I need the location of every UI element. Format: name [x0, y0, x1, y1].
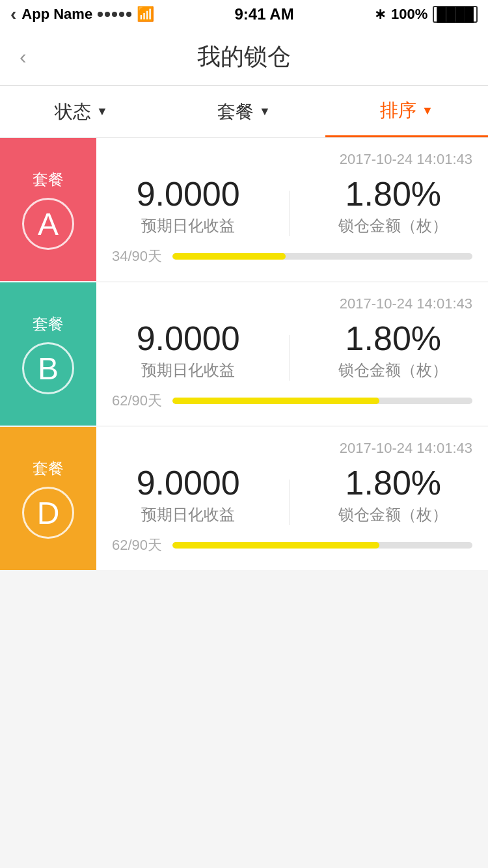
card-plan-badge: A: [22, 198, 74, 250]
wifi-icon: 📶: [137, 6, 154, 23]
progress-bar-fill: [172, 542, 379, 549]
battery-label: 100%: [391, 6, 427, 23]
card-value-group-1: 9.0000 预期日化收益: [137, 176, 240, 236]
card-value-group-2: 1.80% 锁仓金额（枚）: [338, 176, 448, 236]
card-left-panel: 套餐 D: [0, 427, 96, 570]
card-value-group-1: 9.0000 预期日化收益: [137, 465, 240, 525]
card-value-number-1: 9.0000: [137, 320, 240, 357]
card-timestamp: 2017-10-24 14:01:43: [112, 295, 472, 312]
card-divider: [289, 335, 290, 381]
card-value-number-1: 9.0000: [137, 176, 240, 213]
filter-status-arrow: ▼: [96, 105, 108, 118]
card-divider: [289, 191, 290, 236]
bluetooth-icon: ∗: [374, 6, 386, 23]
card-right-panel: 2017-10-24 14:01:43 9.0000 预期日化收益 1.80% …: [96, 427, 488, 570]
card-list: 套餐 A 2017-10-24 14:01:43 9.0000 预期日化收益 1…: [0, 138, 488, 570]
progress-bar-bg: [172, 542, 472, 549]
card-value-group-2: 1.80% 锁仓金额（枚）: [338, 320, 448, 381]
card-values: 9.0000 预期日化收益 1.80% 锁仓金额（枚）: [112, 465, 472, 525]
card-value-label-2: 锁仓金额（枚）: [338, 504, 448, 525]
card-progress-row: 62/90天: [112, 536, 472, 555]
card-left-panel: 套餐 A: [0, 138, 96, 281]
card-package-label: 套餐: [33, 314, 64, 334]
progress-bar-bg: [172, 398, 472, 404]
card-progress-label: 34/90天: [112, 247, 162, 266]
card-right-panel: 2017-10-24 14:01:43 9.0000 预期日化收益 1.80% …: [96, 138, 488, 281]
back-button[interactable]: ‹: [20, 45, 27, 69]
filter-package-arrow: ▼: [259, 105, 271, 118]
card-value-label-1: 预期日化收益: [141, 360, 235, 381]
card-value-group-2: 1.80% 锁仓金额（枚）: [338, 465, 448, 525]
card-timestamp: 2017-10-24 14:01:43: [112, 440, 472, 457]
progress-bar-fill: [172, 253, 286, 260]
battery-icon: ████: [433, 6, 478, 23]
card-value-group-1: 9.0000 预期日化收益: [137, 320, 240, 381]
card-value-label-2: 锁仓金额（枚）: [338, 360, 448, 381]
card-left-panel: 套餐 B: [0, 282, 96, 426]
status-back-icon: ‹: [10, 4, 16, 25]
card-item[interactable]: 套餐 D 2017-10-24 14:01:43 9.0000 预期日化收益 1…: [0, 427, 488, 570]
bottom-space: [0, 571, 488, 766]
filter-package[interactable]: 套餐 ▼: [163, 86, 325, 137]
card-progress-label: 62/90天: [112, 391, 162, 411]
status-left: ‹ App Name 📶: [10, 4, 154, 25]
card-value-label-2: 锁仓金额（枚）: [338, 215, 448, 236]
card-right-panel: 2017-10-24 14:01:43 9.0000 预期日化收益 1.80% …: [96, 282, 488, 426]
status-time: 9:41 AM: [235, 5, 294, 23]
filter-status[interactable]: 状态 ▼: [0, 86, 163, 137]
card-values: 9.0000 预期日化收益 1.80% 锁仓金额（枚）: [112, 176, 472, 236]
card-progress-row: 62/90天: [112, 391, 472, 411]
card-package-label: 套餐: [33, 169, 64, 190]
filter-sort-label: 排序: [380, 98, 416, 123]
card-value-number-2: 1.80%: [346, 176, 441, 213]
progress-bar-fill: [172, 398, 379, 404]
card-package-label: 套餐: [33, 458, 64, 479]
page-title: 我的锁仓: [197, 41, 291, 73]
filter-package-label: 套餐: [217, 100, 254, 124]
signal-dots: [98, 12, 131, 17]
filter-status-label: 状态: [55, 100, 91, 124]
card-value-label-1: 预期日化收益: [141, 504, 235, 525]
card-timestamp: 2017-10-24 14:01:43: [112, 151, 472, 168]
filter-bar: 状态 ▼ 套餐 ▼ 排序 ▼: [0, 86, 488, 138]
card-progress-label: 62/90天: [112, 536, 162, 555]
status-bar: ‹ App Name 📶 9:41 AM ∗ 100% ████: [0, 0, 488, 29]
card-item[interactable]: 套餐 A 2017-10-24 14:01:43 9.0000 预期日化收益 1…: [0, 138, 488, 281]
card-value-number-2: 1.80%: [346, 320, 441, 357]
progress-bar-bg: [172, 253, 472, 260]
nav-bar: ‹ 我的锁仓: [0, 29, 488, 86]
app-name: App Name: [21, 6, 92, 23]
filter-sort[interactable]: 排序 ▼: [325, 86, 488, 137]
status-right: ∗ 100% ████: [374, 6, 478, 23]
card-value-number-1: 9.0000: [137, 465, 240, 502]
card-value-label-1: 预期日化收益: [141, 215, 235, 236]
card-progress-row: 34/90天: [112, 247, 472, 266]
card-plan-badge: B: [22, 342, 74, 394]
card-divider: [289, 480, 290, 525]
card-value-number-2: 1.80%: [346, 465, 441, 502]
card-plan-badge: D: [22, 487, 74, 539]
card-item[interactable]: 套餐 B 2017-10-24 14:01:43 9.0000 预期日化收益 1…: [0, 282, 488, 426]
filter-sort-arrow: ▼: [422, 104, 433, 118]
card-values: 9.0000 预期日化收益 1.80% 锁仓金额（枚）: [112, 320, 472, 381]
